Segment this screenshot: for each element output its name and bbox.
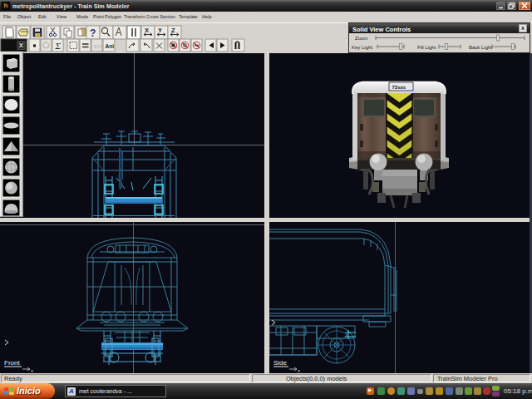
svg-text:Σ: Σ	[55, 41, 62, 51]
svg-text:Y: Y	[158, 27, 162, 34]
svg-text:Z: Z	[171, 27, 175, 34]
svg-text:Side: Side	[273, 359, 288, 367]
svg-text:STD: STD	[94, 44, 105, 49]
svg-text:73sxs: 73sxs	[392, 85, 406, 90]
svg-text:Back Light: Back Light	[469, 45, 492, 50]
svg-text:?: ?	[90, 27, 96, 39]
svg-text:Front: Front	[4, 359, 20, 367]
svg-text:Ani: Ani	[106, 43, 115, 49]
svg-text:Fill Light: Fill Light	[417, 45, 436, 50]
svg-text:Zoom: Zoom	[355, 36, 367, 41]
svg-text:Key Light: Key Light	[352, 45, 372, 50]
svg-text:X: X	[145, 27, 149, 34]
